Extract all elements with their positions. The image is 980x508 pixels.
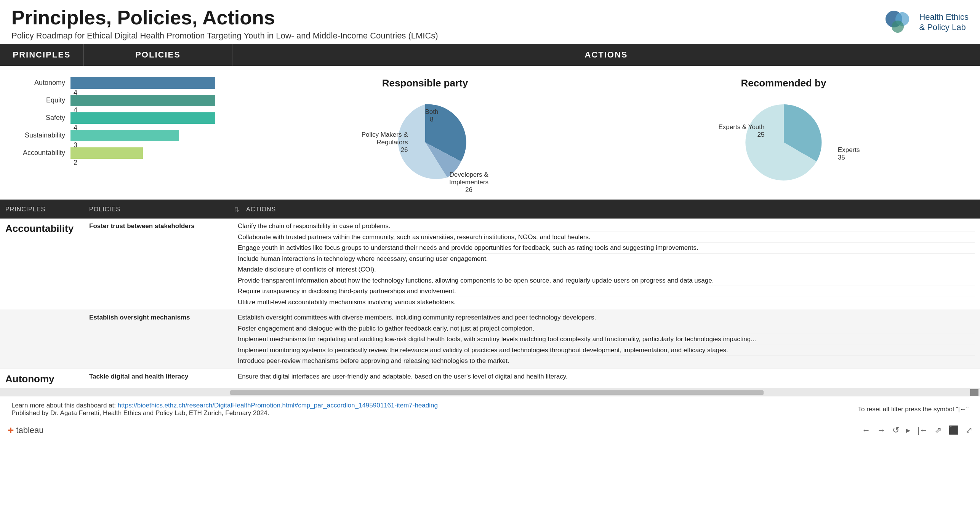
- cell-actions: Clarify the chain of responsibility in c…: [232, 219, 980, 310]
- bar-row: Accountability2: [11, 147, 225, 158]
- svg-point-2: [892, 21, 904, 33]
- charts-area: Autonomy4Equity4Safety4Sustainability3Ac…: [0, 66, 980, 201]
- cell-actions: Ensure that digital interfaces are user-…: [232, 369, 980, 389]
- bar-fill: [70, 77, 215, 89]
- pie-recommended-wrapper: Experts & Youth 25 Experts 35: [704, 97, 864, 188]
- cell-actions: Establish oversight committees with dive…: [232, 310, 980, 369]
- logo-area: Health Ethics & Policy Lab: [883, 7, 969, 37]
- sort-icon[interactable]: ⇅: [232, 204, 241, 214]
- action-line: Foster engagement and dialogue with the …: [238, 323, 975, 334]
- action-line: Clarify the chain of responsibility in c…: [238, 221, 975, 232]
- label-both: Both 8: [425, 108, 439, 123]
- action-line: Include human interactions in technology…: [238, 254, 975, 265]
- cell-policy: Tackle digital and health literacy: [84, 369, 232, 389]
- th-actions: ACTIONS: [241, 204, 980, 214]
- label-policy-makers: Policy Makers & Regulators 26: [349, 131, 408, 154]
- scrollbar-thumb[interactable]: [230, 390, 764, 395]
- action-line: Collaborate with trusted partners within…: [238, 232, 975, 243]
- subtitle: Policy Roadmap for Ethical Digital Healt…: [11, 31, 438, 41]
- pie-recommended-title: Recommended by: [741, 77, 826, 89]
- header-left: Principles, Policies, Actions Policy Roa…: [11, 7, 438, 41]
- main-title: Principles, Policies, Actions: [11, 7, 438, 29]
- tableau-logo: + tableau: [8, 424, 44, 436]
- tableau-bar: + tableau ← → ↺ ▸ |← ⇗ ⬛ ⤢: [0, 421, 980, 439]
- section-headers: PRINCIPLES POLICIES ACTIONS: [0, 44, 980, 66]
- table-header-row: PRINCIPLES POLICIES ⇅ ACTIONS: [0, 201, 980, 219]
- bar-fill: [70, 112, 215, 124]
- action-line: Require transparency in disclosing third…: [238, 286, 975, 297]
- cell-principle: [0, 310, 84, 369]
- nav-forward-icon[interactable]: →: [877, 425, 886, 435]
- header: Principles, Policies, Actions Policy Roa…: [0, 0, 980, 44]
- pie-recommended-section: Recommended by Experts & Youth 25: [704, 77, 864, 188]
- tableau-nav: ← → ↺ ▸ |← ⇗ ⬛ ⤢: [862, 425, 972, 435]
- logo-text: Health Ethics & Policy Lab: [919, 12, 969, 33]
- action-line: Mandate disclosure of conflicts of inter…: [238, 264, 975, 275]
- action-line: Utilize multi-level accountability mecha…: [238, 297, 975, 308]
- learn-more-text: Learn more about this dashboard at:: [11, 402, 118, 409]
- pie-responsible-section: Responsible party: [349, 77, 501, 188]
- th-principles: PRINCIPLES: [0, 204, 84, 214]
- nav-download-icon[interactable]: ⬛: [948, 425, 959, 435]
- label-developers: Developers & Implementers 26: [437, 171, 501, 194]
- nav-first-icon[interactable]: |←: [917, 425, 928, 435]
- nav-back-icon[interactable]: ←: [862, 425, 870, 435]
- action-line: Engage youth in activities like focus gr…: [238, 243, 975, 254]
- cell-policy: Foster trust between stakeholders: [84, 219, 232, 310]
- bar-chart: Autonomy4Equity4Safety4Sustainability3Ac…: [11, 77, 225, 158]
- bar-label: Accountability: [11, 149, 70, 157]
- action-line: Implement mechanisms for regulating and …: [238, 334, 975, 345]
- bar-outer: 2: [70, 147, 225, 158]
- cell-policy: Establish oversight mechanisms: [84, 310, 232, 369]
- nav-fullscreen-icon[interactable]: ⤢: [966, 425, 972, 435]
- scrollbar-right-block[interactable]: [970, 389, 978, 396]
- bar-row: Sustainability3: [11, 130, 225, 141]
- bar-row: Safety4: [11, 112, 225, 123]
- bar-fill: [70, 147, 143, 159]
- pie-responsible-title: Responsible party: [382, 77, 468, 89]
- table-body: AccountabilityFoster trust between stake…: [0, 219, 980, 389]
- table-row: AutonomyTackle digital and health litera…: [0, 369, 980, 389]
- bar-row: Equity4: [11, 95, 225, 105]
- action-line: Provide transparent information about ho…: [238, 275, 975, 286]
- bar-outer: 3: [70, 130, 225, 141]
- bar-label: Safety: [11, 114, 70, 122]
- bar-outer: 4: [70, 95, 225, 105]
- pie-charts-area: Responsible party: [232, 73, 980, 192]
- scrollbar-row[interactable]: [0, 389, 980, 396]
- bar-outer: 4: [70, 77, 225, 88]
- bar-label: Equity: [11, 96, 70, 104]
- published-text: Published by Dr. Agata Ferretti, Health …: [11, 409, 269, 417]
- bar-fill: [70, 130, 179, 141]
- action-line: Implement monitoring systems to periodic…: [238, 345, 975, 356]
- footer: Learn more about this dashboard at: http…: [0, 396, 980, 421]
- section-actions-header: ACTIONS: [232, 44, 980, 66]
- bar-label: Autonomy: [11, 79, 70, 87]
- bar-chart-container: Autonomy4Equity4Safety4Sustainability3Ac…: [0, 73, 232, 192]
- action-line: Ensure that digital interfaces are user-…: [238, 371, 975, 382]
- pie-responsible-wrapper: Policy Makers & Regulators 26 Both 8 Dev…: [349, 97, 501, 188]
- footer-link[interactable]: https://bioethics.ethz.ch/research/Digit…: [118, 402, 438, 409]
- section-principles-header: PRINCIPLES: [0, 44, 84, 66]
- action-line: Establish oversight committees with dive…: [238, 312, 975, 323]
- nav-reload-icon[interactable]: ↺: [892, 425, 899, 435]
- footer-left: Learn more about this dashboard at: http…: [11, 402, 438, 417]
- bar-row: Autonomy4: [11, 77, 225, 88]
- section-policies-header: POLICIES: [84, 44, 232, 66]
- outer-container: Principles, Policies, Actions Policy Roa…: [0, 0, 980, 508]
- th-policies: POLICIES: [84, 204, 232, 214]
- nav-share-icon[interactable]: ⇗: [935, 425, 942, 435]
- label-experts: Experts 35: [838, 146, 860, 161]
- bar-value: 2: [74, 159, 225, 167]
- footer-right: To reset all filter press the symbol "|←…: [858, 406, 969, 413]
- bar-label: Sustainability: [11, 131, 70, 139]
- bar-outer: 4: [70, 112, 225, 123]
- table-row: Establish oversight mechanismsEstablish …: [0, 310, 980, 369]
- nav-separator: ▸: [906, 425, 910, 435]
- cell-principle: Accountability: [0, 219, 84, 310]
- logo-icon: [883, 7, 914, 37]
- pie-recommended-svg: [704, 97, 864, 188]
- cell-principle: Autonomy: [0, 369, 84, 389]
- bar-fill: [70, 95, 215, 106]
- table-section-header: PRINCIPLES POLICIES ⇅ ACTIONS: [0, 201, 980, 219]
